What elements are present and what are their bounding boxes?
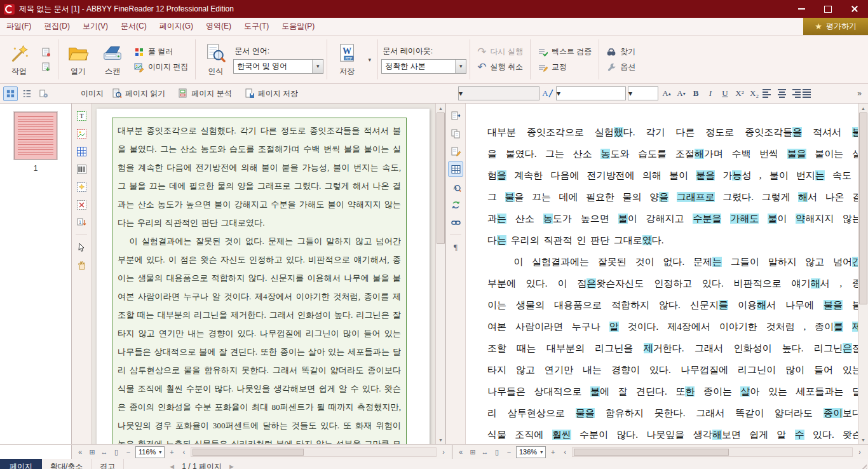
low-confidence-char[interactable]: 가해도 xyxy=(730,214,759,224)
copy-page-tool[interactable] xyxy=(448,126,463,141)
collapse-panel-icon[interactable]: « xyxy=(75,447,85,457)
text-line[interactable]: 을 붙였다. 그는 산소 농도와 습도를 조절해가며 수백 번씩 불을 붙이는 … xyxy=(487,143,862,165)
low-confidence-char[interactable]: 는 xyxy=(497,235,506,245)
image-view[interactable]: 대부분 종잇조각으로 실험했다. 각기 다른 정도로 종잇조각들을 적셔서 불을… xyxy=(92,104,445,444)
next-page-icon[interactable]: ► xyxy=(228,463,235,469)
scrollbar-thumb[interactable] xyxy=(437,112,445,244)
delete-area-tool[interactable] xyxy=(74,197,89,212)
image-edit-button[interactable]: 이미지 편집 xyxy=(130,61,192,73)
select-tool[interactable] xyxy=(74,240,89,255)
low-confidence-char[interactable]: 한 xyxy=(685,386,695,397)
zoom-out-button[interactable]: − xyxy=(123,447,133,457)
low-confidence-char[interactable]: 그래프로 xyxy=(677,192,715,202)
underline-button[interactable]: U xyxy=(719,87,731,100)
scroll-up-icon[interactable]: ▲ xyxy=(858,104,868,112)
scroll-down-icon[interactable]: ▼ xyxy=(436,435,445,444)
evaluate-button[interactable]: ★ 평가하기 xyxy=(803,18,868,35)
text-line[interactable]: 여본 사람이라면 누구나 알 것이다. 제4장에서 이야기한 것처럼 , 종이를… xyxy=(487,316,862,337)
actual-size-icon[interactable]: ▯ xyxy=(492,447,502,457)
low-confidence-char[interactable]: 해 xyxy=(798,192,808,202)
find-button[interactable]: 찾기 xyxy=(602,46,639,58)
bold-button[interactable]: B xyxy=(689,87,702,100)
low-confidence-char[interactable]: 종이 xyxy=(824,408,843,418)
text-line[interactable]: 부분에 있다. 이 점은왓슨자신도 인정하고 있다. 비판적으로 얘기해서 , … xyxy=(487,273,862,294)
fit-page-icon[interactable]: ⊞ xyxy=(87,447,97,457)
zoom-text-tool[interactable]: A xyxy=(448,179,463,194)
low-confidence-char[interactable]: 해 xyxy=(811,278,820,289)
minimize-button[interactable] xyxy=(788,0,815,18)
toolbar-overflow-button[interactable]: » xyxy=(855,89,864,98)
chevron-down-icon[interactable]: ▾ xyxy=(459,89,463,98)
low-confidence-char[interactable]: 약 xyxy=(796,214,805,224)
scrollbar-thumb[interactable] xyxy=(574,449,729,456)
low-confidence-char[interactable]: 은 xyxy=(587,278,596,289)
sync-view-tool[interactable] xyxy=(448,197,463,212)
new-page-button[interactable] xyxy=(37,61,55,72)
page-thumbnail[interactable] xyxy=(14,112,57,160)
task-button[interactable]: 작업 xyxy=(3,37,36,82)
low-confidence-char[interactable]: 불 xyxy=(590,386,600,397)
low-confidence-char[interactable]: 은 xyxy=(843,343,852,353)
scroll-left-icon[interactable]: ‹ xyxy=(560,447,570,457)
redo-button[interactable]: ↷ 다시 실행 xyxy=(473,46,527,58)
previous-page-icon[interactable]: ◄ xyxy=(168,463,175,469)
fit-width-icon[interactable]: ↔ xyxy=(480,447,490,457)
recognize-button[interactable]: 인식 xyxy=(199,37,232,82)
font-properties-icon[interactable]: A xyxy=(541,87,554,100)
collapse-panel-icon[interactable]: « xyxy=(456,447,466,457)
chevron-down-icon[interactable]: ▾ xyxy=(557,89,560,98)
menu-help[interactable]: 도움말(P) xyxy=(275,18,321,35)
zoom-out-button[interactable]: − xyxy=(504,447,514,457)
image-zoom-select[interactable]: 116% ▾ xyxy=(135,446,165,458)
read-page-button[interactable]: 페이지 읽기 xyxy=(107,86,170,101)
reorder-areas-tool[interactable]: 1 xyxy=(74,215,89,230)
table-area-tool[interactable] xyxy=(74,144,89,159)
detail-view-button[interactable] xyxy=(20,86,34,101)
low-confidence-char[interactable]: 능 xyxy=(732,170,742,180)
scroll-down-icon[interactable]: ▼ xyxy=(858,435,868,444)
zoom-in-button[interactable]: + xyxy=(548,447,558,457)
status-page-tab[interactable]: 페이지 xyxy=(0,459,42,469)
scan-button[interactable]: 스캔 xyxy=(96,37,129,82)
low-confidence-char[interactable]: 수분을 xyxy=(693,214,721,224)
thumbnail-view-button[interactable] xyxy=(3,86,18,101)
text-line[interactable]: 이는 생물의 대용품으로 적합하지 않다. 신문지를 이용해서 나무에 불을 붙 xyxy=(487,294,862,316)
low-confidence-char[interactable]: 했 xyxy=(614,127,623,137)
menu-view[interactable]: 보기(V) xyxy=(76,18,114,35)
verify-text-button[interactable]: 텍스트 검증 xyxy=(534,46,595,58)
text-line[interactable]: 과는 산소 농도가 높으면 불이 강해지고 수분을 가해도 불이 약해지지 않는 xyxy=(487,208,862,229)
style-select[interactable]: ▾ xyxy=(458,86,539,100)
save-page-button[interactable]: 페이지 저장 xyxy=(240,86,302,101)
low-confidence-char[interactable]: 불 xyxy=(505,192,515,202)
scroll-right-icon[interactable]: › xyxy=(438,447,449,457)
low-confidence-char[interactable]: 불 xyxy=(768,214,777,224)
menu-edit[interactable]: 편집(D) xyxy=(37,18,76,35)
low-confidence-char[interactable]: 불을 xyxy=(824,300,843,310)
hyperlink-tool[interactable] xyxy=(448,215,463,230)
italic-button[interactable]: I xyxy=(704,87,717,100)
low-confidence-char[interactable]: 을 xyxy=(792,127,802,137)
chevron-down-icon[interactable]: ▾ xyxy=(312,60,323,73)
low-confidence-char[interactable]: 물을 xyxy=(576,408,595,418)
low-confidence-char[interactable]: 을 xyxy=(497,170,506,180)
text-line[interactable]: 나무들은 상대적으로 불에 잘 견딘다. 또한 종이는 살아 있는 세포들과는 … xyxy=(487,381,862,402)
analyze-page-button[interactable]: 페이지 분석 xyxy=(173,86,236,101)
scroll-up-icon[interactable]: ▲ xyxy=(436,104,445,112)
image-area-tool[interactable] xyxy=(74,126,89,141)
scroll-right-icon[interactable]: › xyxy=(855,447,865,457)
low-confidence-char[interactable]: 해 xyxy=(712,430,722,440)
image-horizontal-scrollbar[interactable] xyxy=(191,447,437,457)
text-vertical-scrollbar[interactable]: ▲ ▼ xyxy=(858,104,868,444)
edit-text-tool[interactable] xyxy=(448,144,463,159)
decrease-font-button[interactable]: A▾ xyxy=(675,87,688,100)
text-zoom-select[interactable]: 136% ▾ xyxy=(516,446,546,458)
low-confidence-char[interactable]: 는 xyxy=(497,214,506,224)
text-line[interactable]: 이 실험결과에는 잘못된 것이 없다. 문제는 그들이 말하지 않고 넘어간 xyxy=(487,251,862,273)
low-confidence-char[interactable]: 농 xyxy=(600,149,610,159)
text-editor[interactable]: 대부분 종잇조각으로 실험했다. 각기 다른 정도로 종잇조각들을 적셔서 불을… xyxy=(466,104,868,444)
transfer-page-tool[interactable] xyxy=(448,108,463,123)
menu-document[interactable]: 문서(C) xyxy=(114,18,153,35)
chevron-down-icon[interactable]: ▾ xyxy=(455,60,466,73)
new-document-button[interactable] xyxy=(37,46,55,58)
low-confidence-char[interactable]: 는 xyxy=(815,170,825,180)
